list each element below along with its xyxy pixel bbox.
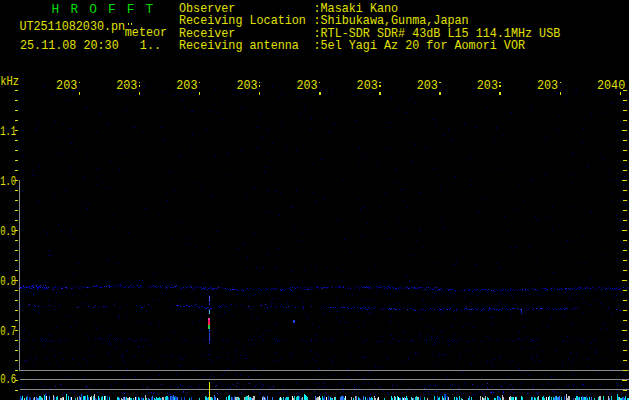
svg-text:25.11.08 20:30 1..: 25.11.08 20:30 1..: [20, 39, 161, 53]
svg-text:O: O: [89, 2, 97, 17]
svg-text::5el Yagi Az 20 for Aomori VOR: :5el Yagi Az 20 for Aomori VOR: [314, 39, 526, 53]
svg-text:0.8: 0.8: [0, 275, 16, 289]
svg-text:T: T: [146, 2, 154, 17]
svg-text:0.9: 0.9: [0, 225, 16, 239]
svg-text:UT2511082030.pn: UT2511082030.pn: [19, 20, 125, 34]
svg-text:203: 203: [477, 79, 498, 93]
svg-text:F: F: [108, 2, 116, 17]
svg-text:203: 203: [537, 79, 558, 93]
svg-text:203: 203: [176, 79, 197, 93]
svg-text:R: R: [70, 2, 78, 17]
svg-text:F: F: [127, 2, 135, 17]
svg-text:kHz: kHz: [0, 75, 19, 89]
svg-text:1.0: 1.0: [0, 175, 16, 189]
svg-text:Receiving antenna: Receiving antenna: [179, 39, 299, 53]
svg-text:203: 203: [236, 79, 257, 93]
svg-text:203: 203: [116, 79, 137, 93]
svg-text:0.6: 0.6: [0, 373, 16, 387]
svg-text:H: H: [52, 2, 60, 17]
svg-text:203: 203: [56, 79, 77, 93]
svg-text:meteor: meteor: [125, 26, 167, 40]
svg-text:2040: 2040: [597, 79, 625, 93]
svg-text:203: 203: [297, 79, 318, 93]
svg-text:203: 203: [357, 79, 378, 93]
svg-text:203: 203: [417, 79, 438, 93]
svg-text:1.1: 1.1: [0, 125, 16, 139]
svg-text:0.7: 0.7: [0, 325, 16, 339]
